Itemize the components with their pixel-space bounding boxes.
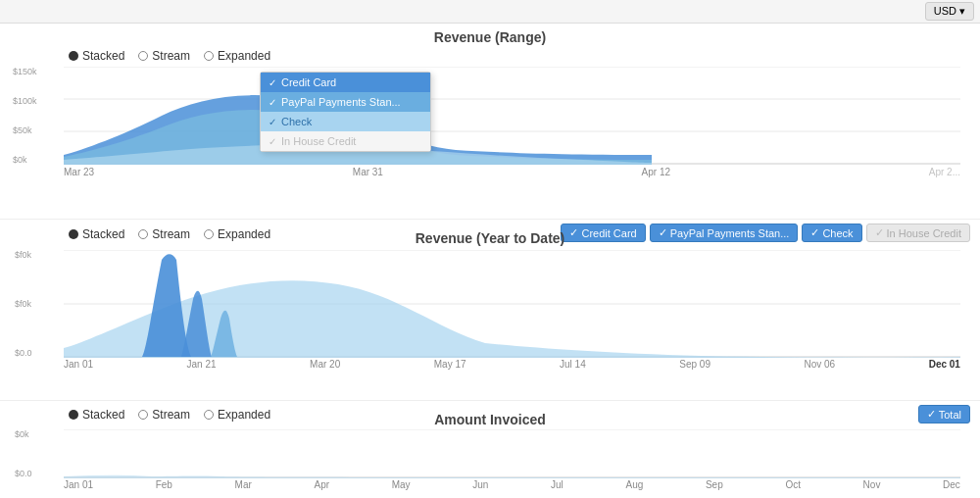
range-radio-group: Stacked Stream Expanded [10, 49, 970, 63]
invoiced-radio-group: Stacked Stream Expanded [10, 408, 270, 422]
ytd-legend-check[interactable]: ✓ Check [802, 224, 861, 242]
inv-stream-icon [138, 410, 148, 420]
currency-selector[interactable]: USD ▾ [925, 2, 974, 21]
range-expanded-label: Expanded [218, 49, 270, 63]
inv-x-may: May [392, 479, 411, 490]
y-label-top: $150k [13, 67, 37, 76]
inv-x-aug: Aug [625, 479, 643, 490]
ytd-cc-check: ✓ [569, 226, 578, 239]
check-icon-pp: ✓ [269, 97, 276, 108]
ytd-legend-cc[interactable]: ✓ Credit Card [561, 224, 645, 242]
y-label-bot: $0k [13, 155, 37, 165]
inv-x-mar: Mar [235, 479, 252, 490]
inv-x-jan: Jan 01 [64, 479, 93, 490]
ytd-x-jan21: Jan 21 [187, 359, 217, 370]
inv-stream-label: Stream [152, 408, 190, 422]
ytd-expanded-icon [204, 229, 214, 239]
dropdown-credit-card[interactable]: ✓ Credit Card [261, 73, 430, 92]
invoiced-chart-svg [64, 429, 960, 478]
range-stacked-label: Stacked [82, 49, 124, 63]
invoiced-legend-row: ✓ Total [918, 405, 970, 423]
ytd-chk-check: ✓ [810, 226, 819, 239]
inv-stacked-option[interactable]: Stacked [69, 408, 124, 422]
ytd-stacked-option[interactable]: Stacked [69, 227, 124, 241]
ytd-expanded-option[interactable]: Expanded [204, 227, 270, 241]
ytd-y-top: $f0k [15, 250, 32, 260]
ytd-x-jul14: Jul 14 [560, 359, 586, 370]
range-chart-svg [64, 67, 960, 165]
x-label-3: Apr 12 [642, 167, 670, 177]
inv-total-check: ✓ [927, 408, 936, 421]
range-stacked-icon [69, 51, 78, 61]
range-expanded-option[interactable]: Expanded [204, 49, 270, 63]
ytd-ih-check: ✓ [875, 226, 884, 239]
range-stream-icon [138, 51, 148, 61]
inv-x-sep: Sep [706, 479, 723, 490]
ytd-legend-inhouse[interactable]: ✓ In House Credit [866, 224, 970, 242]
dropdown-paypal[interactable]: ✓ PayPal Payments Stan... [261, 92, 430, 112]
ytd-stream-option[interactable]: Stream [138, 227, 190, 241]
inv-stacked-label: Stacked [82, 408, 124, 422]
ytd-x-sep09: Sep 09 [679, 359, 710, 370]
ytd-pp-label: PayPal Payments Stan... [670, 227, 790, 239]
dropdown-cc-label: Credit Card [281, 76, 336, 88]
check-icon-ih: ✓ [269, 136, 276, 147]
top-bar: USD ▾ [0, 0, 980, 24]
ytd-stacked-label: Stacked [82, 227, 124, 241]
dropdown-inhouse[interactable]: ✓ In House Credit [261, 131, 430, 151]
range-stream-label: Stream [152, 49, 190, 63]
x-label-4: Apr 2... [929, 167, 960, 177]
inv-x-jun: Jun [472, 479, 488, 490]
x-label-1: Mar 23 [64, 167, 94, 177]
dropdown-check[interactable]: ✓ Check [261, 112, 430, 131]
dropdown-chk-label: Check [281, 116, 312, 127]
check-icon-cc: ✓ [269, 77, 276, 88]
ytd-ih-label: In House Credit [887, 227, 961, 239]
range-stream-option[interactable]: Stream [138, 49, 190, 63]
ytd-x-mar20: Mar 20 [310, 359, 340, 370]
ytd-expanded-label: Expanded [218, 227, 270, 241]
inv-legend-total[interactable]: ✓ Total [918, 405, 970, 423]
inv-expanded-icon [204, 410, 214, 420]
ytd-stacked-icon [69, 229, 78, 239]
ytd-stream-icon [138, 229, 148, 239]
x-label-2: Mar 31 [353, 167, 383, 177]
ytd-x-nov06: Nov 06 [804, 359, 835, 370]
ytd-x-may17: May 17 [434, 359, 466, 370]
range-legend-dropdown: ✓ Credit Card ✓ PayPal Payments Stan... … [260, 72, 431, 152]
revenue-range-section: Revenue (Range) Stacked Stream Expanded … [0, 24, 980, 220]
revenue-range-title: Revenue (Range) [10, 29, 970, 45]
range-expanded-icon [204, 51, 214, 61]
check-icon-chk: ✓ [269, 117, 276, 127]
ytd-cc-label: Credit Card [581, 227, 636, 239]
dropdown-pp-label: PayPal Payments Stan... [281, 96, 401, 108]
inv-x-feb: Feb [156, 479, 172, 490]
amount-invoiced-section: Stacked Stream Expanded ✓ Total Amount I… [0, 401, 980, 498]
inv-total-label: Total [939, 409, 961, 421]
inv-stream-option[interactable]: Stream [138, 408, 190, 422]
inv-x-apr: Apr [314, 479, 329, 490]
ytd-radio-group: Stacked Stream Expanded [10, 227, 270, 241]
ytd-y-bot: $0.0 [15, 348, 32, 358]
ytd-legend-row: ✓ Credit Card ✓ PayPal Payments Stan... … [561, 224, 970, 242]
inv-x-nov: Nov [863, 479, 881, 490]
y-label-mid2: $100k [13, 96, 37, 106]
inv-y-top: $0k [15, 429, 32, 439]
range-stacked-option[interactable]: Stacked [69, 49, 124, 63]
ytd-chart-svg [64, 250, 960, 358]
ytd-x-jan01: Jan 01 [64, 359, 93, 370]
ytd-stream-label: Stream [152, 227, 190, 241]
inv-x-dec: Dec [943, 479, 960, 490]
ytd-pp-check: ✓ [659, 226, 667, 239]
inv-expanded-option[interactable]: Expanded [204, 408, 270, 422]
inv-y-bot: $0.0 [15, 469, 32, 478]
ytd-y-mid: $f0k [15, 299, 32, 309]
y-label-mid1: $50k [13, 125, 37, 135]
inv-x-oct: Oct [785, 479, 801, 490]
inv-stacked-icon [69, 410, 78, 420]
ytd-legend-paypal[interactable]: ✓ PayPal Payments Stan... [650, 224, 799, 242]
inv-expanded-label: Expanded [218, 408, 270, 422]
dropdown-ih-label: In House Credit [281, 135, 356, 147]
ytd-x-dec01: Dec 01 [929, 359, 960, 370]
ytd-chk-label: Check [822, 227, 853, 239]
